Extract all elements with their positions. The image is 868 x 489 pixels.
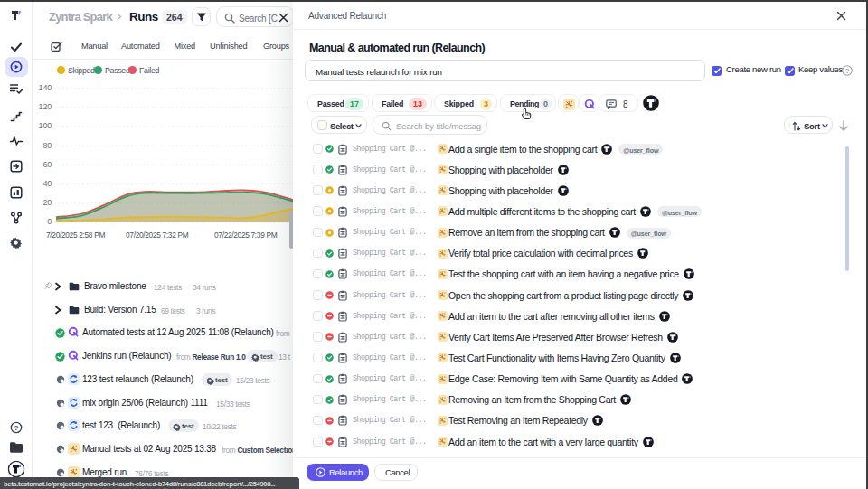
svg-text:?: ? <box>845 67 850 75</box>
svg-text:?: ? <box>14 424 18 432</box>
